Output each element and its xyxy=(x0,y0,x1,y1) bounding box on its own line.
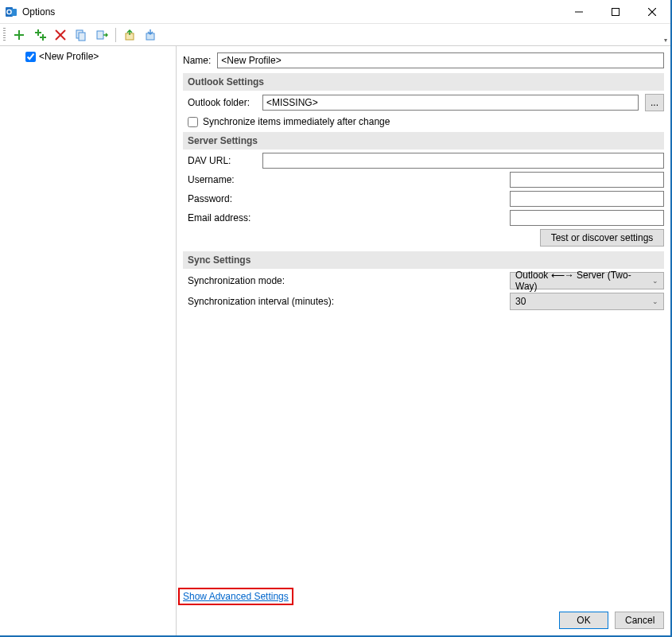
sync-mode-dropdown[interactable]: Outlook ⟵→ Server (Two-Way) ⌄ xyxy=(510,272,664,289)
name-input[interactable] xyxy=(217,52,664,68)
password-input[interactable] xyxy=(510,191,664,207)
svg-rect-4 xyxy=(612,8,620,15)
close-button[interactable] xyxy=(634,0,670,24)
outlook-folder-label: Outlook folder: xyxy=(188,97,256,108)
username-label: Username: xyxy=(188,174,256,185)
settings-panel: Name: Outlook Settings Outlook folder: .… xyxy=(177,46,670,635)
export-button[interactable] xyxy=(121,26,138,44)
chevron-down-icon: ⌄ xyxy=(652,277,658,285)
svg-rect-1 xyxy=(11,9,17,16)
copy-button[interactable] xyxy=(72,26,90,44)
sync-interval-value: 30 xyxy=(515,296,526,307)
ok-button[interactable]: OK xyxy=(559,612,608,629)
name-label: Name: xyxy=(183,55,211,66)
sync-mode-value: Outlook ⟵→ Server (Two-Way) xyxy=(515,270,652,292)
profile-label: <New Profile> xyxy=(39,51,99,62)
toolbar-overflow-icon[interactable]: ▾ xyxy=(664,37,667,44)
toolbar-separator xyxy=(115,28,116,42)
email-input[interactable] xyxy=(510,210,664,226)
app-icon xyxy=(5,6,17,18)
sync-settings-header: Sync Settings xyxy=(183,251,664,269)
dav-url-input[interactable] xyxy=(262,153,664,169)
toolbar: ▾ xyxy=(0,24,670,46)
delete-button[interactable] xyxy=(52,26,69,44)
test-discover-button[interactable]: Test or discover settings xyxy=(540,229,664,247)
outlook-settings-header: Outlook Settings xyxy=(183,73,664,91)
server-settings-header: Server Settings xyxy=(183,132,664,150)
minimize-button[interactable] xyxy=(561,0,597,24)
move-button[interactable] xyxy=(93,26,111,44)
profile-tree-item[interactable]: <New Profile> xyxy=(2,49,174,64)
profile-tree: <New Profile> xyxy=(0,46,177,635)
svg-rect-12 xyxy=(40,37,46,38)
sync-immediate-label: Synchronize items immediately after chan… xyxy=(203,116,390,127)
svg-rect-17 xyxy=(97,31,103,39)
add-multiple-button[interactable] xyxy=(31,26,49,44)
browse-folder-button[interactable]: ... xyxy=(645,94,664,111)
maximize-button[interactable] xyxy=(597,0,634,24)
sync-interval-label: Synchronization interval (minutes): xyxy=(188,296,334,307)
username-input[interactable] xyxy=(510,172,664,188)
show-advanced-link[interactable]: Show Advanced Settings xyxy=(183,591,289,602)
outlook-folder-input[interactable] xyxy=(262,95,639,111)
sync-mode-label: Synchronization mode: xyxy=(188,275,285,286)
toolbar-grip xyxy=(3,28,6,42)
email-label: Email address: xyxy=(188,212,256,223)
advanced-highlight: Show Advanced Settings xyxy=(178,588,293,605)
cancel-button[interactable]: Cancel xyxy=(615,612,664,629)
chevron-down-icon: ⌄ xyxy=(652,297,658,305)
dav-url-label: DAV URL: xyxy=(188,155,256,166)
titlebar: Options xyxy=(0,0,670,24)
import-button[interactable] xyxy=(142,26,159,44)
sync-immediate-checkbox[interactable] xyxy=(188,117,198,127)
svg-rect-8 xyxy=(14,34,24,36)
profile-checkbox[interactable] xyxy=(25,52,36,62)
window-title: Options xyxy=(22,6,55,17)
sync-interval-dropdown[interactable]: 30 ⌄ xyxy=(510,293,664,310)
svg-rect-10 xyxy=(35,32,41,33)
add-profile-button[interactable] xyxy=(10,26,28,44)
password-label: Password: xyxy=(188,193,256,204)
svg-rect-16 xyxy=(79,33,85,41)
